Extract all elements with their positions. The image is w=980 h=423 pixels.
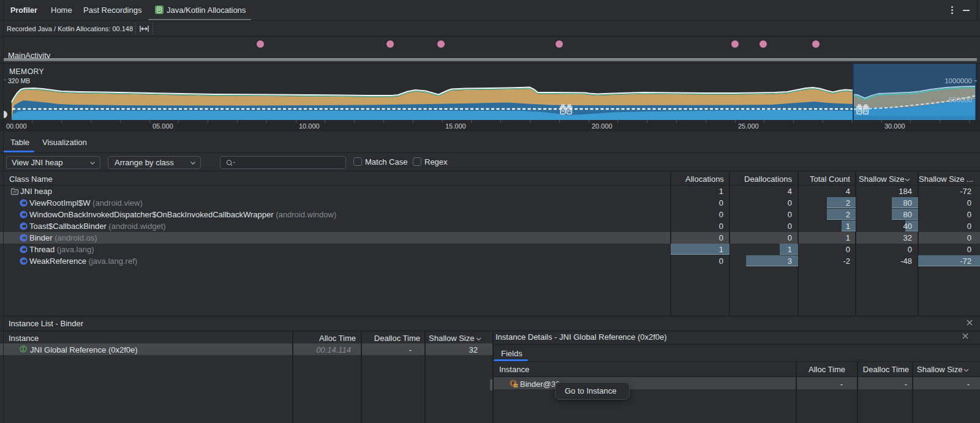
svg-text:1000000: 1000000 xyxy=(944,77,972,84)
svg-text:500000: 500000 xyxy=(949,96,972,103)
